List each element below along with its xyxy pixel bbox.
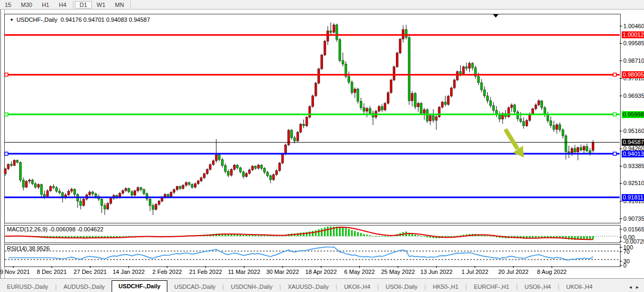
price-tick-1.00460: 1.00460: [623, 23, 644, 30]
price-tick-0.96935: 0.96935: [623, 93, 644, 99]
date-tick-27-Dec-2021: 27 Dec 2021: [74, 269, 107, 275]
price-tick-0.98710: 0.98710: [623, 57, 644, 64]
price-tick-0.99585: 0.99585: [623, 40, 644, 47]
tab-audusd-daily[interactable]: AUDUSD-,Daily: [56, 281, 112, 292]
date-tick-13-Jun-2022: 13 Jun 2022: [420, 269, 453, 275]
tab-usoil-h4[interactable]: USOil-,H4: [518, 281, 558, 292]
chart-ohlc-values: 0.94176 0.94701 0.94083 0.94587: [61, 16, 150, 23]
macd-label: MACD(12,26,9) -0.006098 -0.004622: [7, 226, 104, 232]
toolbar-separator: [73, 1, 73, 9]
date-tick-2-Feb-2022: 2 Feb 2022: [152, 269, 182, 275]
tab-usdcad-daily[interactable]: USDCAD-,Daily: [167, 281, 223, 292]
macd-axis-0.015654: 0.015654: [623, 226, 644, 233]
price-chip-0.91811: 0.91811: [622, 194, 644, 201]
timeframe-h4[interactable]: H4: [54, 1, 71, 9]
price-tick-0.90735: 0.90735: [623, 215, 644, 222]
chart-dropdown-icon[interactable]: ▼: [10, 18, 14, 22]
price-chip-0.94013: 0.94013: [622, 151, 644, 157]
price-chip-0.98005: 0.98005: [622, 71, 644, 78]
trading-app-window: 15M30H1H4D1W1MN ▼USDCHF-,Daily 0.94176 0…: [0, 0, 644, 292]
rsi-label: RSI(14) 38.9526: [7, 245, 50, 252]
date-tick-18-Apr-2022: 18 Apr 2022: [306, 269, 337, 275]
timeframe-w1[interactable]: W1: [92, 1, 111, 9]
rsi-panel[interactable]: [4, 244, 621, 267]
date-tick-8-Aug-2022: 8 Aug 2022: [537, 269, 567, 275]
tab-ukoil-h4[interactable]: UKOil-,H4: [337, 281, 377, 292]
tab-usdchf-daily[interactable]: USDCHF-,Daily: [112, 280, 167, 292]
date-tick-8-Dec-2021: 8 Dec 2021: [37, 269, 66, 275]
timeframe-mn[interactable]: MN: [110, 1, 129, 9]
tab-ukoil-h4[interactable]: UKOil-,H4: [560, 281, 600, 292]
date-tick-20-Jul-2022: 20 Jul 2022: [498, 269, 529, 275]
tab-eurchf-h1[interactable]: EURCHF-,H1: [467, 281, 516, 292]
date-tick-6-May-2022: 6 May 2022: [344, 269, 375, 275]
date-tick-25-May-2022: 25 May 2022: [381, 269, 415, 275]
toolbar-separator: [130, 1, 131, 9]
price-tick-0.95160: 0.95160: [623, 128, 644, 135]
tab-usoil-daily[interactable]: USOil-,Daily: [379, 281, 425, 292]
date-tick-19-Nov-2021: 19 Nov 2021: [0, 269, 30, 275]
price-chip-0.94587: 0.94587: [622, 139, 644, 146]
timeframe-m30[interactable]: M30: [16, 1, 37, 9]
tab-hk50-h1[interactable]: HK50-,H1: [426, 281, 465, 292]
tab-scroll-buttons: ◂▸: [629, 282, 644, 292]
chart-title: ▼USDCHF-,Daily 0.94176 0.94701 0.94083 0…: [10, 16, 150, 23]
timeframe-toolbar: 15M30H1H4D1W1MN: [0, 0, 644, 10]
price-chip-1.00012: 1.00012: [622, 31, 644, 38]
chart-tab-bar: EURUSD-,Daily|AUDUSD-,DailyUSDCHF-,Daily…: [0, 278, 644, 292]
date-tick-30-Mar-2022: 30 Mar 2022: [266, 269, 299, 275]
chart-symbol: USDCHF-,Daily: [16, 16, 57, 23]
timeframe-d1[interactable]: D1: [75, 1, 92, 9]
rsi-axis-0: 0: [623, 262, 626, 269]
main-chart-panel[interactable]: [4, 14, 621, 223]
date-tick-1-Jul-2022: 1 Jul 2022: [461, 269, 488, 275]
rsi-axis-70: 70: [623, 248, 630, 255]
price-chip-0.95998: 0.95998: [622, 111, 644, 118]
date-tick-21-Feb-2022: 21 Feb 2022: [189, 269, 222, 275]
tab-usdcnh-daily[interactable]: USDCNH-,Daily: [224, 281, 279, 292]
tab-scroll-left-icon[interactable]: ◂: [629, 284, 632, 290]
date-tick-14-Jan-2022: 14 Jan 2022: [113, 269, 145, 275]
price-tick-0.93385: 0.93385: [623, 163, 644, 170]
tab-eurusd-daily[interactable]: EURUSD-,Daily: [0, 281, 55, 292]
tab-scroll-right-icon[interactable]: ▸: [636, 284, 639, 290]
timeframe-h1[interactable]: H1: [37, 1, 54, 9]
tab-xauusd-daily[interactable]: XAUUSD-,Daily: [281, 281, 336, 292]
timeframe-15[interactable]: 15: [0, 1, 16, 9]
price-tick-0.92510: 0.92510: [623, 180, 644, 187]
date-tick-11-Mar-2022: 11 Mar 2022: [228, 269, 260, 275]
